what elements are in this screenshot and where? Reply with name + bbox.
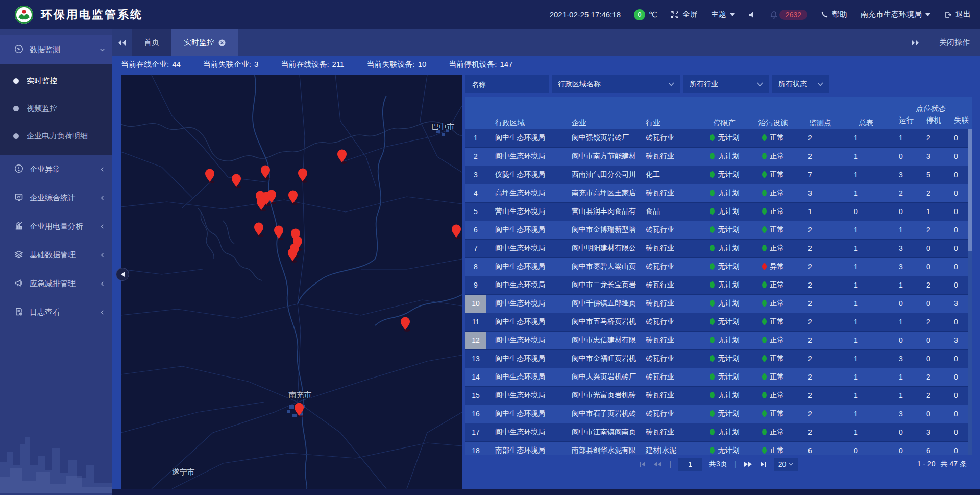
page-number-input[interactable] bbox=[678, 458, 702, 471]
row-index: 16 bbox=[465, 405, 486, 423]
table-row[interactable]: 3仪陇生态环境局西南油气田分公司川中化工无计划正常71350 bbox=[465, 166, 972, 184]
status-filter-dropdown[interactable]: 所有状态 bbox=[772, 75, 829, 93]
first-page-button[interactable] bbox=[639, 461, 646, 467]
tabs-scroll-left-button[interactable] bbox=[112, 29, 132, 56]
table-row[interactable]: 14阆中生态环境局阆中大兴页岩机砖厂砖瓦行业无计划正常21120 bbox=[465, 368, 972, 386]
table-row[interactable]: 5营山生态环境局营山县润丰肉食品有限食品无计划正常10010 bbox=[465, 202, 972, 221]
cell-industry: 砖瓦行业 bbox=[636, 331, 700, 349]
bullet-dot-icon bbox=[13, 106, 19, 111]
cell-down: 2 bbox=[917, 221, 944, 239]
org-dropdown[interactable]: 南充市生态环境局 bbox=[861, 10, 930, 19]
header-toolbar: 2021-02-25 17:46:18 0 ℃ 全屏 主题 bbox=[550, 9, 971, 20]
cell-lost: 0 bbox=[944, 368, 972, 386]
cell-facility-status: 正常 bbox=[749, 239, 797, 257]
tabs-scroll-right-button[interactable] bbox=[905, 39, 925, 46]
region-filter-dropdown[interactable]: 行政区域名称 bbox=[552, 75, 680, 93]
sidebar-item-power-analysis[interactable]: 企业用电量分析 bbox=[0, 212, 112, 241]
sidebar-item-log-view[interactable]: 日志查看 bbox=[0, 298, 112, 326]
table-scrollbar-thumb[interactable] bbox=[968, 129, 972, 251]
name-filter-input[interactable] bbox=[465, 75, 549, 93]
row-index: 1 bbox=[465, 129, 486, 147]
status-label: 当前停机设备: bbox=[449, 60, 497, 69]
status-offline-devices: 当前失联设备: 10 bbox=[366, 60, 426, 69]
status-dot-icon bbox=[762, 134, 767, 141]
tab-bar: 首页 实时监控 关闭操作 bbox=[112, 29, 980, 56]
col-header-industry: 行业 bbox=[636, 97, 700, 129]
tab-home[interactable]: 首页 bbox=[132, 29, 172, 56]
sidebar-item-base-data[interactable]: 基础数据管理 bbox=[0, 241, 112, 269]
table-row[interactable]: 15阆中生态环境局阆中市光富页岩机砖厂砖瓦行业无计划正常21120 bbox=[465, 386, 972, 405]
status-bar: 当前在线企业: 44 当前失联企业: 3 当前在线设备: 211 当前失联设备:… bbox=[112, 56, 980, 73]
table-row[interactable]: 16阆中生态环境局阆中市石子页岩机砖厂砖瓦行业无计划正常21300 bbox=[465, 405, 972, 423]
skyline-decoration bbox=[0, 416, 112, 495]
table-row[interactable]: 13阆中生态环境局阆中市金福旺页岩机砖砖瓦行业无计划正常21300 bbox=[465, 349, 972, 368]
table-row[interactable]: 17阆中生态环境局阆中市江南镇阆南页岩砖瓦行业无计划正常21030 bbox=[465, 423, 972, 441]
cell-company: 营山县润丰肉食品有限 bbox=[562, 202, 636, 221]
cell-meter: 1 bbox=[843, 239, 889, 257]
table-row[interactable]: 11阆中生态环境局阆中市五马桥页岩机砖砖瓦行业无计划正常21120 bbox=[465, 313, 972, 331]
sidebar-item-emergency-reduction[interactable]: 应急减排管理 bbox=[0, 269, 112, 298]
cell-company: 阆中市南方节能建材有 bbox=[562, 147, 636, 166]
volume-button[interactable] bbox=[748, 11, 756, 19]
sidebar-item-enterprise-statistics[interactable]: 企业综合统计 bbox=[0, 183, 112, 212]
cell-industry: 砖瓦行业 bbox=[636, 386, 700, 405]
cell-industry: 食品 bbox=[636, 202, 700, 221]
close-operations-button[interactable]: 关闭操作 bbox=[936, 37, 973, 48]
exit-button[interactable]: 退出 bbox=[944, 10, 971, 19]
table-row[interactable]: 4高坪生态环境局南充市高坪区王家店建砖瓦行业无计划正常31220 bbox=[465, 184, 972, 202]
sidebar-item-data-monitoring[interactable]: 数据监测 bbox=[0, 35, 112, 64]
row-index: 12 bbox=[465, 331, 486, 349]
cell-down: 3 bbox=[917, 423, 944, 441]
sidebar-item-label: 应急减排管理 bbox=[30, 279, 93, 289]
chevron-down-icon bbox=[789, 463, 793, 466]
table-row[interactable]: 9阆中生态环境局阆中市二龙长宝页岩砖砖瓦行业无计划正常21120 bbox=[465, 276, 972, 294]
table-row[interactable]: 10阆中生态环境局阆中千佛镇五郎垭页岩砖瓦行业无计划正常21003 bbox=[465, 294, 972, 313]
cell-down: 0 bbox=[917, 331, 944, 349]
table-row[interactable]: 2阆中生态环境局阆中市南方节能建材有砖瓦行业无计划正常21030 bbox=[465, 147, 972, 166]
fullscreen-label: 全屏 bbox=[682, 10, 698, 19]
table-row[interactable]: 12阆中生态环境局阆中市忠信建材有限公砖瓦行业无计划正常21003 bbox=[465, 331, 972, 349]
next-page-button[interactable] bbox=[744, 461, 752, 467]
sidebar-item-power-load-detail[interactable]: 企业电力负荷明细 bbox=[0, 122, 112, 150]
help-button[interactable]: 帮助 bbox=[821, 10, 847, 19]
cell-points: 2 bbox=[797, 221, 843, 239]
table-row[interactable]: 6阆中生态环境局阆中市金博瑞新型墙材砖瓦行业无计划正常21120 bbox=[465, 221, 972, 239]
status-dot-icon bbox=[762, 245, 767, 251]
cell-company: 南部县剑华水泥有限公 bbox=[562, 441, 636, 455]
tab-close-icon[interactable] bbox=[218, 39, 226, 46]
notification-area[interactable]: 2632 bbox=[770, 10, 807, 20]
cell-industry: 砖瓦行业 bbox=[636, 276, 700, 294]
theme-dropdown[interactable]: 主题 bbox=[711, 10, 735, 19]
tab-realtime-monitoring[interactable]: 实时监控 bbox=[172, 29, 238, 56]
map-canvas[interactable]: 巴中市南充市遂宁市 bbox=[121, 75, 462, 489]
table-row[interactable]: 1阆中生态环境局阆中强锐页岩砖厂砖瓦行业无计划正常21120 bbox=[465, 129, 972, 147]
prev-page-button[interactable] bbox=[653, 461, 662, 467]
region-filter-value: 行政区域名称 bbox=[558, 80, 601, 89]
last-page-button[interactable] bbox=[760, 461, 767, 467]
cell-region: 阆中生态环境局 bbox=[486, 239, 562, 257]
cell-facility-status: 异常 bbox=[749, 257, 797, 276]
cell-lost: 0 bbox=[944, 349, 972, 368]
cell-run: 1 bbox=[889, 276, 917, 294]
cell-facility-status: 正常 bbox=[749, 184, 797, 202]
sidebar-item-label: 企业异常 bbox=[30, 164, 93, 174]
sidebar-item-video-monitoring[interactable]: 视频监控 bbox=[0, 95, 112, 122]
cell-meter: 1 bbox=[843, 405, 889, 423]
fullscreen-button[interactable]: 全屏 bbox=[671, 10, 698, 19]
sidebar-item-realtime-monitoring[interactable]: 实时监控 bbox=[0, 67, 112, 95]
status-label: 当前失联企业: bbox=[203, 60, 251, 69]
industry-filter-dropdown[interactable]: 所有行业 bbox=[683, 75, 769, 93]
table-scrollbar-track[interactable] bbox=[968, 129, 972, 455]
cell-points: 2 bbox=[797, 129, 843, 147]
page-size-select[interactable]: 20 bbox=[774, 458, 798, 471]
sidebar-item-enterprise-abnormal[interactable]: 企业异常 bbox=[0, 155, 112, 183]
map-collapse-button[interactable] bbox=[116, 268, 129, 281]
cell-meter: 1 bbox=[843, 368, 889, 386]
cell-stop-status: 无计划 bbox=[700, 129, 749, 147]
table-row[interactable]: 8阆中生态环境局阆中市枣碧大梁山页岩砖瓦行业无计划异常21300 bbox=[465, 257, 972, 276]
table-row[interactable]: 18南部生态环境局南部县剑华水泥有限公建材|水泥无计划正常60060 bbox=[465, 441, 972, 455]
status-dot-icon bbox=[762, 447, 767, 454]
cell-region: 仪陇生态环境局 bbox=[486, 166, 562, 184]
sidebar-item-label: 企业用电量分析 bbox=[30, 222, 93, 231]
table-row[interactable]: 7阆中生态环境局阆中明阳建材有限公司砖瓦行业无计划正常21300 bbox=[465, 239, 972, 257]
